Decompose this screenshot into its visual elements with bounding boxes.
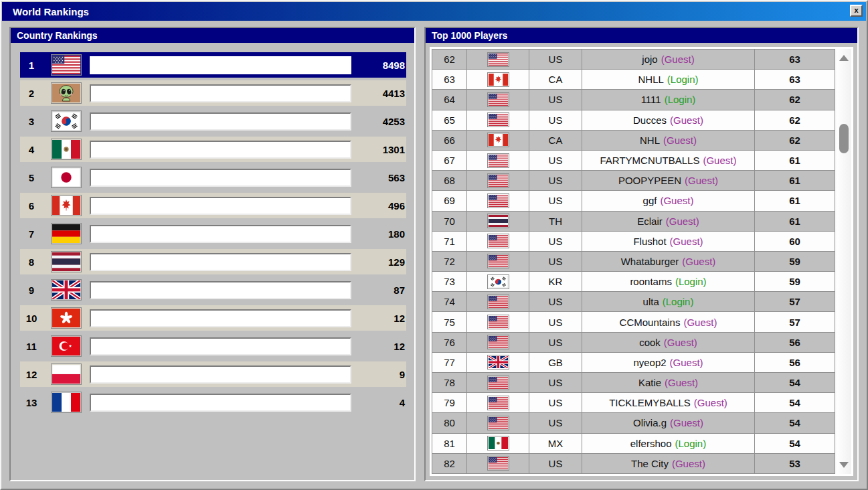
player-account-tag: (Guest): [685, 175, 718, 186]
player-name: Whataburger: [621, 256, 679, 267]
player-flag-cell: [467, 171, 529, 190]
player-account-tag: (Guest): [666, 216, 699, 227]
player-row[interactable]: 69 US ggf (Guest) 61: [432, 191, 835, 211]
player-rank: 82: [432, 454, 467, 473]
flag-ca-icon: [487, 133, 509, 147]
flag-us-icon: [487, 173, 509, 188]
player-flag-cell: [467, 413, 529, 432]
player-row[interactable]: 62 US jojo (Guest) 63: [432, 50, 835, 70]
country-row[interactable]: 13 4: [20, 390, 406, 415]
scroll-up-arrow-icon[interactable]: [839, 55, 849, 61]
player-row[interactable]: 65 US Ducces (Guest) 62: [432, 110, 835, 131]
player-country-code: US: [529, 252, 582, 271]
country-row[interactable]: 10 12: [20, 305, 406, 331]
player-row[interactable]: 70 TH Eclair (Guest) 61: [432, 212, 835, 232]
player-row[interactable]: 78 US Katie (Guest) 54: [432, 373, 835, 393]
player-flag-cell: [467, 353, 529, 372]
player-name: POOPYPEEN: [618, 175, 681, 186]
country-score: 1301: [361, 144, 406, 155]
player-flag-cell: [467, 70, 529, 89]
player-row[interactable]: 79 US TICKLEMYBALLS (Guest) 54: [432, 393, 835, 413]
close-button[interactable]: x: [850, 5, 863, 17]
country-rank: 10: [20, 313, 43, 324]
country-row[interactable]: 7 180: [20, 221, 406, 246]
player-score: 63: [755, 70, 835, 89]
player-name-cell: Olivia.g (Guest): [582, 413, 755, 432]
world-rankings-window: World Rankings x Country Rankings 1 8498…: [0, 0, 868, 490]
scroll-down-arrow-icon[interactable]: [839, 462, 849, 468]
player-row[interactable]: 64 US 1111 (Login) 62: [432, 90, 835, 110]
country-row[interactable]: 6 496: [20, 193, 406, 218]
player-row[interactable]: 74 US ulta (Login) 57: [432, 292, 835, 312]
player-flag-cell: [467, 373, 529, 392]
player-row[interactable]: 80 US Olivia.g (Guest) 54: [432, 413, 835, 433]
player-row[interactable]: 77 GB nyeop2 (Guest) 56: [432, 353, 835, 373]
country-score: 496: [361, 200, 406, 212]
player-rank: 66: [432, 131, 467, 150]
score-bar-track: [90, 141, 351, 159]
player-row[interactable]: 66 CA NHL (Guest) 62: [432, 131, 835, 151]
country-row[interactable]: 1 8498: [20, 52, 406, 78]
player-row[interactable]: 76 US cook (Guest) 56: [432, 333, 835, 353]
player-name-cell: NHL (Guest): [582, 131, 755, 150]
player-account-tag: (Guest): [672, 458, 705, 469]
player-score: 54: [755, 413, 835, 432]
country-rank: 8: [20, 256, 43, 268]
country-row[interactable]: 8 129: [20, 249, 406, 274]
country-score: 4: [361, 397, 406, 408]
country-row[interactable]: 12 9: [20, 361, 406, 387]
player-row[interactable]: 63 CA NHLL (Login) 63: [432, 70, 835, 90]
country-row[interactable]: 11 12: [20, 333, 406, 359]
flag-ca-icon: [51, 195, 82, 216]
country-row[interactable]: 2 4413: [20, 80, 406, 106]
player-account-tag: (Login): [675, 276, 707, 287]
titlebar[interactable]: World Rankings: [2, 2, 866, 21]
player-row[interactable]: 71 US Flushot (Guest) 60: [432, 232, 835, 252]
flag-us-icon: [487, 52, 509, 67]
player-flag-cell: [467, 252, 529, 271]
player-row[interactable]: 82 US The City (Guest) 53: [432, 454, 835, 473]
player-country-code: US: [529, 393, 582, 412]
player-account-tag: (Guest): [670, 114, 703, 126]
country-rank: 6: [20, 200, 43, 212]
player-country-code: CA: [529, 70, 582, 89]
player-rank: 79: [432, 393, 467, 412]
player-row[interactable]: 67 US FARTYMCNUTBALLS (Guest) 61: [432, 151, 835, 171]
score-bar-track: [90, 309, 351, 327]
players-scrollbar[interactable]: [837, 49, 851, 474]
country-row[interactable]: 5 563: [20, 165, 406, 190]
country-row[interactable]: 9 87: [20, 277, 406, 303]
country-score: 180: [361, 228, 406, 240]
country-score: 129: [361, 256, 406, 268]
flag-us-icon: [487, 376, 509, 390]
player-flag-cell: [467, 434, 529, 453]
player-row[interactable]: 73 KR roontams (Login) 59: [432, 272, 835, 292]
player-country-code: US: [529, 90, 582, 109]
player-row[interactable]: 81 MX elfershoo (Login) 54: [432, 434, 835, 454]
country-row[interactable]: 3 4253: [20, 108, 406, 134]
player-row[interactable]: 72 US Whataburger (Guest) 59: [432, 252, 835, 272]
player-score: 63: [755, 50, 835, 69]
player-flag-cell: [467, 312, 529, 331]
player-account-tag: (Guest): [663, 135, 697, 146]
player-rank: 76: [432, 333, 467, 352]
player-rank: 73: [432, 272, 467, 291]
country-row[interactable]: 4 1301: [20, 137, 406, 162]
player-rank: 72: [432, 252, 467, 271]
player-account-tag: (Login): [663, 296, 694, 307]
player-row[interactable]: 68 US POOPYPEEN (Guest) 61: [432, 171, 835, 191]
player-row[interactable]: 75 US CCMountains (Guest) 57: [432, 312, 835, 332]
player-flag-cell: [467, 393, 529, 412]
flag-alien-icon: [51, 82, 82, 104]
flag-us-icon: [487, 416, 509, 430]
player-name-cell: Flushot (Guest): [582, 232, 755, 251]
player-name: nyeop2: [633, 357, 666, 368]
player-name-cell: FARTYMCNUTBALLS (Guest): [582, 151, 755, 170]
player-account-tag: (Guest): [670, 417, 703, 428]
scrollbar-thumb[interactable]: [839, 124, 849, 153]
country-rankings-header: Country Rankings: [11, 28, 414, 43]
player-name-cell: CCMountains (Guest): [582, 312, 755, 331]
player-name: ulta: [643, 296, 659, 307]
player-name-cell: cook (Guest): [582, 333, 755, 352]
flag-mx-icon: [487, 436, 509, 451]
